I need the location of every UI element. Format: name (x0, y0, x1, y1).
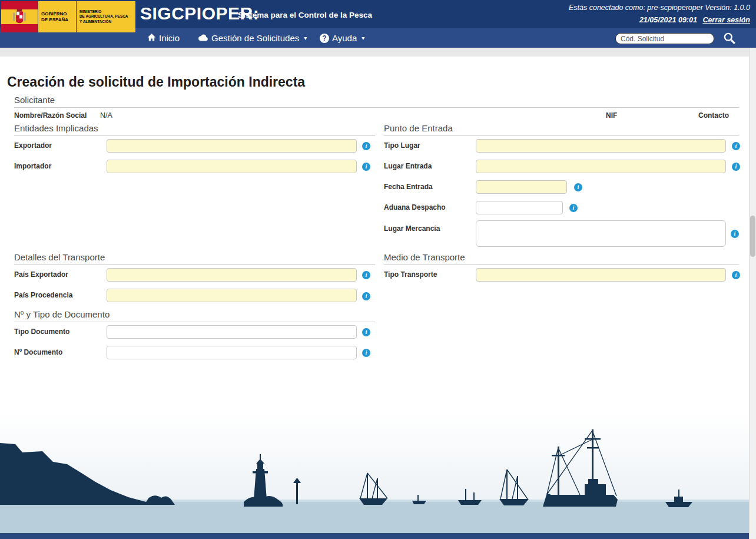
nav-item-gestion-solicitudes[interactable]: Gestión de Solicitudes ▾ (197, 28, 307, 48)
nav-label-gestion: Gestión de Solicitudes (211, 33, 299, 43)
ministerio-line2: DE AGRICULTURA, PESCA (79, 14, 131, 19)
aduana-despacho-label: Aduana Despacho (384, 203, 446, 211)
chevron-down-icon: ▾ (304, 35, 307, 41)
spain-flag-icon (1, 1, 38, 32)
search-icon[interactable] (723, 32, 736, 45)
tipo-lugar-label: Tipo Lugar (384, 141, 420, 150)
pais-procedencia-input[interactable] (107, 289, 357, 302)
numero-documento-label: Nº Documento (14, 348, 62, 356)
ministerio-line1: MINISTERIO (79, 9, 131, 14)
pais-exportador-info-icon[interactable]: i (362, 271, 370, 279)
scrollbar-thumb[interactable] (750, 216, 755, 257)
tipo-transporte-info-icon[interactable]: i (732, 271, 740, 279)
chevron-down-icon: ▾ (362, 35, 364, 41)
section-solicitante: Solicitante (14, 95, 739, 108)
tipo-documento-info-icon[interactable]: i (362, 328, 370, 336)
fecha-entrada-label: Fecha Entrada (384, 183, 433, 191)
fecha-entrada-input[interactable] (476, 180, 567, 194)
nombre-razon-social-value: N/A (100, 111, 112, 120)
session-datetime-row: 21/05/2021 09:01 Cerrar sesión (639, 16, 750, 24)
pais-procedencia-label: País Procedencia (14, 291, 72, 299)
lugar-entrada-label: Lugar Entrada (384, 162, 432, 170)
importador-label: Importador (14, 162, 51, 170)
tipo-transporte-input[interactable] (476, 268, 726, 282)
page: GOBIERNO DE ESPAÑA MINISTERIO DE AGRICUL… (0, 0, 756, 539)
pais-exportador-label: País Exportador (14, 270, 68, 279)
section-medio-transporte: Medio de Transporte (384, 252, 739, 265)
app-subtitle: Sistema para el Control de la Pesca (238, 11, 372, 19)
header-divider-strip (0, 48, 756, 57)
pais-procedencia-info-icon[interactable]: i (362, 292, 370, 300)
gobierno-espana-logo: GOBIERNO DE ESPAÑA MINISTERIO DE AGRICUL… (1, 1, 135, 32)
section-detalles-transporte: Detalles del Transporte (14, 252, 375, 265)
section-punto-de-entrada: Punto de Entrada (384, 123, 739, 136)
ministerio-line3: Y ALIMENTACIÓN (79, 19, 131, 24)
tipo-documento-label: Tipo Documento (14, 328, 69, 336)
coat-of-arms-icon (13, 9, 26, 25)
gobierno-line1: GOBIERNO (41, 11, 73, 17)
lugar-mercancia-label: Lugar Mercancía (384, 224, 440, 233)
importador-info-icon[interactable]: i (362, 163, 370, 171)
page-title: Creación de solicitud de Importación Ind… (7, 74, 305, 90)
nav-label-ayuda: Ayuda (332, 33, 357, 43)
home-icon (147, 33, 156, 44)
lugar-mercancia-textarea[interactable] (476, 220, 726, 247)
section-entidades-implicadas: Entidades Implicadas (14, 123, 375, 136)
exportador-info-icon[interactable]: i (362, 142, 370, 150)
nombre-razon-social-label: Nombre/Razón Social (14, 111, 87, 120)
tipo-lugar-input[interactable] (476, 139, 726, 153)
fecha-entrada-info-icon[interactable]: i (574, 183, 582, 191)
aduana-despacho-info-icon[interactable]: i (569, 204, 578, 212)
session-datetime: 21/05/2021 09:01 (639, 16, 697, 24)
vertical-scrollbar[interactable] (749, 48, 756, 539)
contacto-label: Contacto (698, 111, 729, 120)
aduana-despacho-input[interactable] (476, 201, 563, 214)
session-info: Estás conectado como: pre-scpioperoper V… (569, 4, 750, 12)
tipo-transporte-label: Tipo Transporte (384, 270, 437, 279)
nav-item-ayuda[interactable]: ? Ayuda ▾ (320, 28, 364, 48)
search-input[interactable] (615, 33, 714, 44)
lugar-entrada-input[interactable] (476, 160, 726, 173)
logout-link[interactable]: Cerrar sesión (702, 16, 750, 24)
numero-documento-input[interactable] (107, 346, 357, 359)
exportador-label: Exportador (14, 141, 52, 150)
cloud-icon (197, 33, 208, 43)
section-documento: Nº y Tipo de Documento (14, 309, 375, 322)
nif-label: NIF (606, 111, 617, 120)
importador-input[interactable] (107, 160, 357, 173)
tipo-documento-input[interactable] (107, 325, 357, 339)
lugar-mercancia-info-icon[interactable]: i (731, 230, 739, 238)
numero-documento-info-icon[interactable]: i (362, 349, 370, 357)
pais-exportador-input[interactable] (107, 268, 357, 282)
tipo-lugar-info-icon[interactable]: i (732, 142, 740, 150)
ministerio-label: MINISTERIO DE AGRICULTURA, PESCA Y ALIME… (77, 1, 134, 32)
help-icon: ? (320, 34, 329, 43)
gobierno-label: GOBIERNO DE ESPAÑA (38, 1, 76, 32)
coastal-harbor-illustration (0, 412, 756, 539)
exportador-input[interactable] (107, 139, 357, 153)
lugar-entrada-info-icon[interactable]: i (732, 163, 740, 171)
nav-label-inicio: Inicio (159, 33, 180, 43)
gobierno-line2: DE ESPAÑA (41, 17, 73, 23)
nav-item-inicio[interactable]: Inicio (147, 28, 180, 48)
